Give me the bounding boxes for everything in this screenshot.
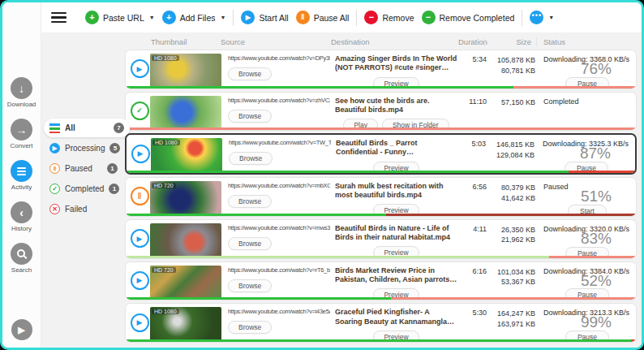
progress-bar: [126, 86, 636, 89]
duration-value: 5:30: [461, 307, 487, 317]
download-icon: ↓: [11, 77, 32, 99]
header-source: Source: [221, 37, 331, 46]
pause-all-button[interactable]: ‖ Pause All: [296, 11, 350, 24]
sidebar-item-download[interactable]: ↓ Download: [7, 77, 36, 108]
duration-value: 6:56: [461, 181, 487, 191]
filter-all[interactable]: All 7: [44, 119, 130, 137]
table-row[interactable]: ✓ https://www.youtube.com/watch?v=zhVCZ3…: [125, 92, 637, 131]
chevron-down-icon: ▼: [149, 15, 155, 20]
sidebar-item-history[interactable]: ‹ History: [11, 201, 32, 232]
minus-icon: −: [364, 11, 378, 24]
browse-button[interactable]: Browse: [228, 195, 272, 208]
table-row[interactable]: ▶ HD 1080 https://www.youtube.com/watch?…: [125, 50, 637, 89]
more-options-button[interactable]: ••• ▼: [530, 11, 554, 24]
progress-bar: [126, 339, 636, 342]
plus-icon: +: [162, 11, 176, 24]
browse-button[interactable]: Browse: [228, 321, 272, 334]
browse-button[interactable]: Browse: [228, 67, 272, 80]
paste-url-label: Paste URL: [103, 13, 144, 23]
failed-x-icon: ✕: [49, 204, 60, 214]
processing-play-icon: ▶: [49, 143, 60, 153]
browse-button[interactable]: Browse: [229, 152, 273, 165]
sidebar-item-label: Download: [7, 101, 36, 108]
app-window: ↓ Download → Convert Activity ‹ History …: [0, 0, 644, 350]
filter-panel: All 7 ▶ Processing 5 ‖ Paused 1 ✓ Comple…: [41, 32, 123, 348]
filter-label: All: [65, 123, 75, 132]
progress-percent: 51%: [561, 188, 631, 205]
video-title: Amazing Singer Birds In The World (NOT P…: [335, 54, 457, 73]
duration-value: 6:16: [461, 266, 487, 275]
table-row[interactable]: ▶ HD 1080 https://www.youtube.com/watch?…: [125, 303, 637, 343]
progress-bar: [126, 214, 636, 216]
play-bottom-button[interactable]: ▶: [11, 319, 32, 340]
filter-completed[interactable]: ✓ Completed 1: [44, 179, 123, 198]
row-play-icon[interactable]: ▶: [131, 229, 149, 248]
sidebar-item-label: Activity: [11, 184, 32, 191]
history-back-icon: ‹: [11, 201, 32, 223]
activity-list-icon: [11, 160, 32, 182]
count-badge: 1: [109, 184, 119, 194]
video-thumbnail: HD 1080: [150, 307, 221, 341]
quality-badge: HD 1080: [152, 55, 179, 61]
video-title: Surah mulk best recitation with most bea…: [335, 182, 457, 201]
sidebar-item-search[interactable]: Search: [11, 243, 32, 274]
add-files-button[interactable]: + Add Files ▼: [162, 11, 226, 24]
add-files-label: Add Files: [180, 13, 216, 23]
start-all-button[interactable]: ▶ Start All: [241, 11, 288, 24]
row-play-icon[interactable]: ▶: [131, 271, 149, 290]
sidebar-item-label: Search: [11, 266, 32, 274]
header-status: Status: [536, 37, 632, 46]
video-title: Beautiful Birds _ Parrot Confidential - …: [336, 139, 457, 158]
table-row[interactable]: ‖ HD 720 https://www.youtube.com/watch?v…: [125, 177, 637, 217]
progress-bar: [127, 171, 635, 173]
list-glyph: [17, 167, 26, 175]
remove-completed-button[interactable]: − Remove Completed: [422, 11, 515, 24]
table-row[interactable]: ▶ HD 720 https://www.youtube.com/watch?v…: [125, 261, 637, 301]
main-area: + Paste URL ▼ + Add Files ▼ ▶ Start All …: [41, 2, 642, 348]
quality-badge: HD 1080: [152, 140, 180, 145]
table-row[interactable]: ▶ https://www.youtube.com/watch?v=mws34s…: [125, 219, 637, 259]
browse-button[interactable]: Browse: [228, 279, 272, 292]
filter-label: Completed: [65, 184, 104, 193]
sidebar-item-convert[interactable]: → Convert: [10, 119, 32, 149]
sidebar-item-activity[interactable]: Activity: [11, 160, 32, 191]
remove-button[interactable]: − Remove: [364, 11, 414, 24]
row-pause-icon[interactable]: ‖: [131, 187, 149, 205]
video-thumbnail: HD 720: [150, 181, 221, 215]
hamburger-menu-icon[interactable]: [51, 12, 67, 24]
browse-button[interactable]: Browse: [228, 110, 272, 123]
video-thumbnail: [150, 223, 221, 257]
size-total: 105,878 KB: [487, 55, 535, 66]
plus-icon: +: [85, 11, 99, 24]
source-url: https://www.youtube.com/watch?v=TW_TXtpA…: [229, 139, 331, 146]
filter-processing[interactable]: ▶ Processing 5: [44, 139, 123, 158]
size-total: 164,247 KB: [487, 309, 535, 319]
size-done: 53,367 KB: [487, 277, 535, 287]
browse-button[interactable]: Browse: [228, 237, 272, 250]
paste-url-button[interactable]: + Paste URL ▼: [85, 11, 155, 24]
filter-paused[interactable]: ‖ Paused 1: [44, 159, 123, 178]
toolbar-separator: [233, 10, 234, 26]
row-completed-icon: ✓: [131, 102, 149, 120]
filter-failed[interactable]: ✕ Failed: [44, 200, 123, 218]
progress-percent: 83%: [561, 231, 631, 248]
source-url: https://www.youtube.com/watch?v=zhVCZ3EW…: [228, 97, 330, 104]
source-url: https://www.youtube.com/watch?v=mws34sb7…: [228, 224, 330, 231]
count-badge: 1: [107, 163, 118, 174]
duration-value: 4:11: [461, 223, 487, 233]
toolbar: + Paste URL ▼ + Add Files ▼ ▶ Start All …: [41, 2, 642, 32]
row-play-icon[interactable]: ▶: [131, 145, 150, 163]
video-thumbnail: HD 1080: [150, 54, 221, 88]
convert-arrow-icon: →: [11, 119, 32, 140]
row-play-icon[interactable]: ▶: [131, 59, 149, 78]
sidebar-item-label: Convert: [10, 142, 32, 149]
row-play-icon[interactable]: ▶: [131, 313, 149, 332]
header-thumbnail: Thumbnail: [128, 37, 221, 46]
size-done: 163,971 KB: [487, 319, 535, 330]
ellipsis-icon: •••: [530, 11, 543, 24]
quality-badge: HD 720: [152, 267, 176, 273]
downloads-table: Thumbnail Source Destination Duration Si…: [123, 32, 642, 348]
table-row-selected[interactable]: ▶ HD 1080 https://www.youtube.com/watch?…: [125, 133, 637, 175]
duration-value: 11:10: [461, 96, 487, 106]
video-title: Beautiful Birds in Nature - Life of Bird…: [335, 224, 457, 243]
